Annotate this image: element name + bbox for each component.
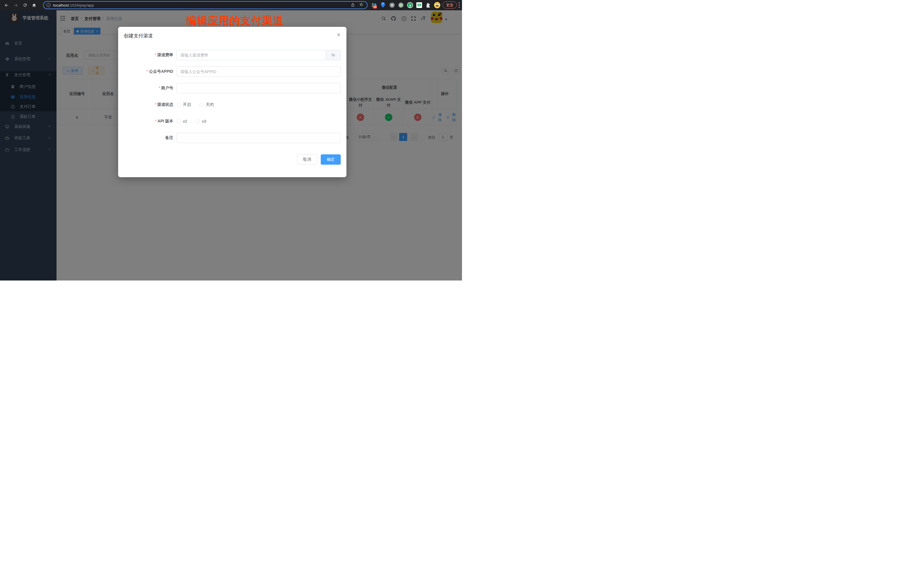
extension-balloon-icon[interactable] bbox=[380, 2, 386, 9]
api-radio-group: v2 v3 bbox=[177, 119, 341, 123]
rate-label: *渠道费率 bbox=[124, 52, 177, 58]
dialog-close-icon[interactable]: ✕ bbox=[337, 32, 341, 38]
browser-home-icon[interactable] bbox=[31, 2, 37, 8]
form-item-remark: 备注 bbox=[124, 133, 341, 143]
browser-update-button[interactable]: 更新 bbox=[442, 2, 457, 9]
browser-toolbar: i localhost:1024/pay/app 10 ⌘ y bbox=[0, 0, 462, 10]
mch-input[interactable] bbox=[177, 83, 341, 93]
extension-command-icon[interactable]: ⌘ bbox=[388, 2, 396, 9]
required-asterisk: * bbox=[155, 119, 156, 123]
browser-profile-avatar[interactable] bbox=[434, 2, 441, 9]
form-item-mch: *商户号 bbox=[124, 83, 341, 93]
extension-chat-icon[interactable] bbox=[416, 2, 423, 9]
channel-form: *渠道费率 % *公众号APPID *商户号 *渠道状态 开启 关闭 *API … bbox=[124, 39, 341, 165]
extension-y-icon[interactable]: y bbox=[406, 2, 414, 9]
form-item-status: *渠道状态 开启 关闭 bbox=[124, 100, 341, 110]
form-item-appid: *公众号APPID bbox=[124, 66, 341, 77]
radio-disabled[interactable]: 关闭 bbox=[200, 102, 214, 107]
radio-circle-icon bbox=[200, 103, 204, 107]
api-version-label: *API 版本 bbox=[124, 119, 177, 124]
radio-circle-icon bbox=[196, 119, 200, 123]
extension-record-icon[interactable] bbox=[398, 2, 404, 9]
status-radio-group: 开启 关闭 bbox=[177, 102, 341, 107]
form-item-rate: *渠道费率 % bbox=[124, 50, 341, 60]
rate-input[interactable] bbox=[177, 50, 326, 60]
form-item-api-version: *API 版本 v2 v3 bbox=[124, 116, 341, 126]
required-asterisk: * bbox=[147, 69, 148, 74]
address-bar[interactable]: i localhost:1024/pay/app bbox=[43, 1, 368, 9]
browser-menu-icon[interactable]: ••• bbox=[457, 2, 461, 9]
remark-input[interactable] bbox=[177, 133, 341, 143]
url-text: localhost:1024/pay/app bbox=[53, 3, 94, 8]
radio-circle-icon bbox=[177, 119, 181, 123]
mch-label: *商户号 bbox=[124, 86, 177, 91]
required-asterisk: * bbox=[155, 102, 156, 107]
status-label: *渠道状态 bbox=[124, 102, 177, 107]
radio-circle-icon bbox=[177, 103, 181, 107]
remark-label: 备注 bbox=[124, 135, 177, 140]
radio-v2[interactable]: v2 bbox=[177, 119, 187, 123]
share-icon[interactable] bbox=[351, 3, 355, 8]
percent-suffix: % bbox=[326, 50, 341, 60]
browser-back-icon[interactable] bbox=[3, 2, 9, 8]
bookmark-star-icon[interactable] bbox=[359, 2, 363, 8]
cancel-button[interactable]: 取消 bbox=[297, 154, 317, 165]
tutorial-annotation: 编辑应用的支付渠道 bbox=[186, 14, 284, 28]
extension-badge: 10 bbox=[373, 5, 377, 9]
required-asterisk: * bbox=[159, 86, 160, 90]
confirm-button[interactable]: 确定 bbox=[321, 154, 341, 165]
extensions-puzzle-icon[interactable] bbox=[424, 2, 432, 9]
required-asterisk: * bbox=[155, 52, 156, 57]
page-info-icon[interactable]: i bbox=[46, 3, 51, 7]
svg-text:y: y bbox=[409, 3, 411, 8]
browser-forward-icon[interactable] bbox=[13, 2, 18, 8]
dialog-footer: 取消 确定 bbox=[124, 154, 341, 165]
svg-text:⌘: ⌘ bbox=[391, 3, 394, 7]
dialog-title: 创建支付渠道 bbox=[124, 33, 341, 39]
radio-enabled[interactable]: 开启 bbox=[177, 102, 191, 107]
browser-reload-icon[interactable] bbox=[22, 2, 28, 8]
extension-tab-manager-icon[interactable]: 10 bbox=[370, 2, 378, 9]
create-channel-dialog: 创建支付渠道 ✕ *渠道费率 % *公众号APPID *商户号 *渠道状态 开启… bbox=[118, 27, 346, 177]
appid-label: *公众号APPID bbox=[124, 69, 177, 74]
appid-input[interactable] bbox=[177, 66, 341, 77]
radio-v3[interactable]: v3 bbox=[196, 119, 206, 123]
